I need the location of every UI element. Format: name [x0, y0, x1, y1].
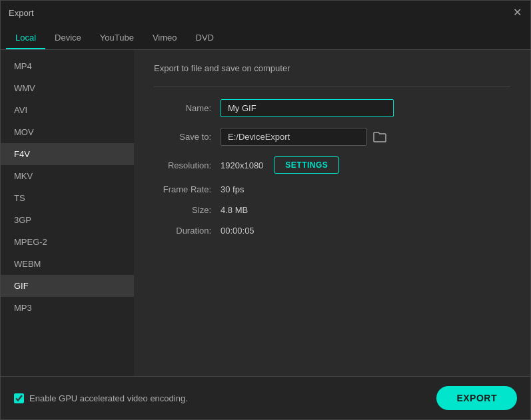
resolution-value: 1920x1080 [221, 160, 263, 170]
frame-rate-value: 30 fps [221, 184, 244, 194]
sidebar-item-mkv[interactable]: MKV [1, 165, 134, 187]
size-row: Size: 4.8 MB [154, 205, 510, 215]
tab-device[interactable]: Device [45, 27, 91, 49]
folder-icon[interactable] [372, 130, 387, 144]
frame-rate-row: Frame Rate: 30 fps [154, 184, 510, 194]
sidebar-item-mov[interactable]: MOV [1, 121, 134, 143]
main-content: MP4 WMV AVI MOV F4V MKV TS 3GP [1, 50, 530, 376]
tab-dvd[interactable]: DVD [187, 27, 223, 49]
footer: Enable GPU accelerated video encoding. E… [1, 376, 530, 419]
settings-button[interactable]: SETTINGS [274, 156, 339, 174]
sidebar: MP4 WMV AVI MOV F4V MKV TS 3GP [1, 50, 134, 376]
tab-local[interactable]: Local [6, 27, 45, 49]
resolution-container: 1920x1080 SETTINGS [221, 156, 339, 174]
title-bar: Export ✕ [1, 1, 530, 25]
resolution-label: Resolution: [154, 160, 221, 170]
sidebar-item-f4v[interactable]: F4V [1, 143, 134, 165]
duration-row: Duration: 00:00:05 [154, 226, 510, 236]
sidebar-item-webm[interactable]: WEBM [1, 253, 134, 275]
size-value: 4.8 MB [221, 205, 248, 215]
gpu-label: Enable GPU accelerated video encoding. [29, 393, 188, 403]
name-input[interactable] [221, 99, 394, 117]
name-label: Name: [154, 103, 221, 113]
divider [154, 87, 510, 87]
duration-label: Duration: [154, 226, 221, 236]
sidebar-item-gif[interactable]: GIF [1, 275, 134, 297]
resolution-row: Resolution: 1920x1080 SETTINGS [154, 156, 510, 174]
sidebar-item-3gp[interactable]: 3GP [1, 209, 134, 231]
duration-value: 00:00:05 [221, 226, 255, 236]
sidebar-item-mpeg2[interactable]: MPEG-2 [1, 231, 134, 253]
content-area: Export to file and save on computer Name… [134, 50, 530, 376]
sidebar-item-ts[interactable]: TS [1, 187, 134, 209]
tab-bar: Local Device YouTube Vimeo DVD [1, 25, 530, 50]
save-to-row: Save to: [154, 128, 510, 146]
sidebar-item-mp4[interactable]: MP4 [1, 55, 134, 77]
size-label: Size: [154, 205, 221, 215]
save-to-container [221, 128, 387, 146]
gpu-checkbox-row: Enable GPU accelerated video encoding. [14, 393, 188, 403]
gpu-checkbox[interactable] [14, 393, 24, 403]
export-button[interactable]: EXPORT [436, 386, 517, 410]
sidebar-item-wmv[interactable]: WMV [1, 77, 134, 99]
tab-youtube[interactable]: YouTube [91, 27, 143, 49]
window-title: Export [9, 8, 34, 18]
export-window: Export ✕ Local Device YouTube Vimeo DVD … [0, 0, 531, 420]
frame-rate-label: Frame Rate: [154, 184, 221, 194]
close-button[interactable]: ✕ [512, 7, 522, 18]
name-row: Name: [154, 99, 510, 117]
section-title: Export to file and save on computer [154, 63, 510, 73]
save-to-label: Save to: [154, 132, 221, 142]
tab-vimeo[interactable]: Vimeo [143, 27, 187, 49]
sidebar-item-mp3[interactable]: MP3 [1, 297, 134, 319]
save-path-input[interactable] [221, 128, 367, 146]
sidebar-item-avi[interactable]: AVI [1, 99, 134, 121]
